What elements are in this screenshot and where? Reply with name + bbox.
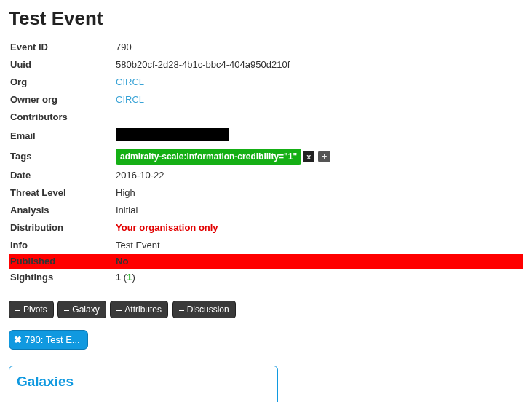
- toggle-attributes[interactable]: Attributes: [110, 301, 168, 318]
- link-owner-org[interactable]: CIRCL: [116, 94, 144, 105]
- row-analysis: Analysis Initial: [9, 202, 523, 219]
- label-published: Published: [9, 254, 114, 269]
- row-event-id: Event ID 790: [9, 39, 523, 56]
- row-date: Date 2016-10-22: [9, 167, 523, 184]
- toggle-discussion[interactable]: Discussion: [172, 301, 236, 318]
- toggle-galaxy[interactable]: Galaxy: [57, 301, 106, 318]
- label-tags: Tags: [9, 146, 114, 167]
- minus-icon: [179, 310, 184, 311]
- minus-icon: [15, 310, 20, 311]
- row-owner-org: Owner org CIRCL: [9, 91, 523, 109]
- galaxies-heading: Galaxies: [17, 374, 270, 390]
- label-org: Org: [9, 74, 114, 91]
- value-uuid: 580b20cf-2d28-4b1c-bbc4-404a950d210f: [114, 56, 523, 74]
- label-uuid: Uuid: [9, 56, 114, 74]
- link-org[interactable]: CIRCL: [116, 76, 144, 87]
- redacted-email: [116, 128, 229, 141]
- close-icon[interactable]: ✖: [14, 334, 22, 345]
- value-distribution: Your organisation only: [116, 222, 218, 233]
- label-email: Email: [9, 126, 114, 146]
- row-info: Info Test Event: [9, 237, 523, 254]
- value-published: No: [114, 254, 523, 269]
- tag-chip[interactable]: admiralty-scale:information-credibility=…: [116, 149, 301, 165]
- value-threat-level: High: [114, 184, 523, 202]
- galaxies-panel: Galaxies Add new cluster: [9, 366, 278, 402]
- value-event-id: 790: [114, 39, 523, 56]
- row-sightings: Sightings 1 (1): [9, 269, 523, 286]
- label-contributors: Contributors: [9, 109, 114, 126]
- value-date: 2016-10-22: [114, 167, 523, 184]
- row-threat-level: Threat Level High: [9, 184, 523, 202]
- value-contributors: [114, 109, 523, 126]
- row-contributors: Contributors: [9, 109, 523, 126]
- row-org: Org CIRCL: [9, 74, 523, 91]
- row-distribution: Distribution Your organisation only: [9, 219, 523, 237]
- label-owner-org: Owner org: [9, 91, 114, 109]
- value-analysis: Initial: [114, 202, 523, 219]
- label-date: Date: [9, 167, 114, 184]
- pivot-pill[interactable]: ✖790: Test E...: [9, 330, 88, 350]
- row-uuid: Uuid 580b20cf-2d28-4b1c-bbc4-404a950d210…: [9, 56, 523, 74]
- minus-icon: [116, 310, 122, 311]
- value-sightings: 1 (1): [114, 269, 523, 286]
- label-sightings: Sightings: [9, 269, 114, 286]
- tag-add-button[interactable]: +: [318, 151, 330, 162]
- label-analysis: Analysis: [9, 202, 114, 219]
- label-info: Info: [9, 237, 114, 254]
- row-published: Published No: [9, 254, 523, 269]
- value-info: Test Event: [114, 237, 523, 254]
- event-meta-table: Event ID 790 Uuid 580b20cf-2d28-4b1c-bbc…: [9, 39, 523, 286]
- label-distribution: Distribution: [9, 219, 114, 237]
- minus-icon: [64, 310, 69, 311]
- toggle-pivots[interactable]: Pivots: [9, 301, 54, 318]
- pivot-pill-label: 790: Test E...: [25, 334, 80, 345]
- tag-remove-button[interactable]: x: [303, 151, 314, 162]
- row-email: Email: [9, 126, 523, 146]
- section-toggle-bar: Pivots Galaxy Attributes Discussion: [9, 301, 523, 318]
- label-threat-level: Threat Level: [9, 184, 114, 202]
- page-title: Test Event: [9, 7, 523, 30]
- label-event-id: Event ID: [9, 39, 114, 56]
- row-tags: Tags admiralty-scale:information-credibi…: [9, 146, 523, 167]
